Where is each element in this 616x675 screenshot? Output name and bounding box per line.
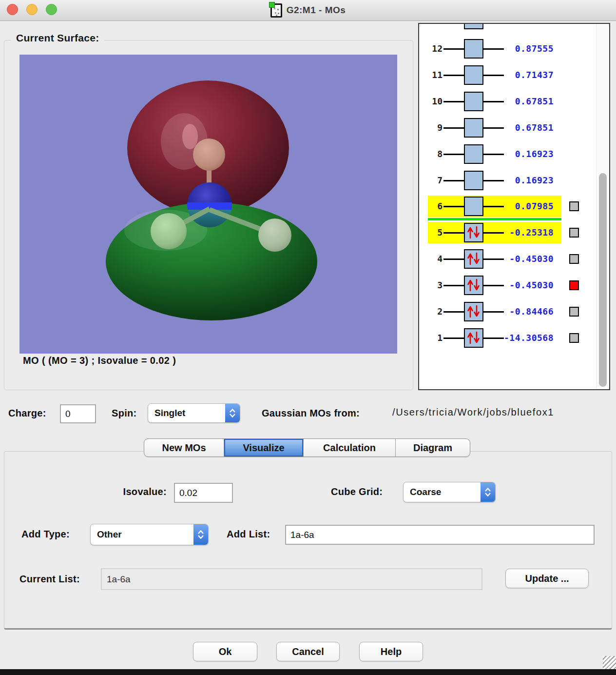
- dropdown-stepper-icon: [225, 404, 240, 422]
- mo-level-number: 2: [419, 301, 443, 322]
- mo-level-number: 8: [419, 143, 443, 165]
- charge-label: Charge:: [8, 408, 46, 419]
- gaussian-mos-source-path: /Users/tricia/Work/jobs/bluefox1: [392, 407, 616, 421]
- mo-level-line-left: [443, 75, 464, 76]
- mo-level-number: 9: [419, 117, 443, 139]
- title-bar: G2:M1 - MOs: [0, 0, 616, 21]
- mo-level-box[interactable]: [464, 65, 483, 85]
- gaussian-mos-from-label: Gaussian MOs from:: [262, 408, 360, 419]
- mo-level-box[interactable]: [464, 276, 483, 295]
- tab-bar: New MOsVisualizeCalculationDiagram: [144, 438, 470, 457]
- mo-energy-value: 0.67851: [482, 91, 554, 112]
- mo-checkbox[interactable]: [569, 254, 579, 264]
- mo-level-row-5: 5-0.25318: [419, 222, 587, 243]
- spin-dropdown[interactable]: Singlet: [148, 403, 240, 423]
- electron-pair-arrows-icon: [465, 277, 482, 294]
- mo-checkbox[interactable]: [569, 333, 579, 343]
- mo-level-line-left: [443, 311, 464, 313]
- mo-level-box[interactable]: [464, 223, 483, 242]
- mo-checkbox[interactable]: [569, 201, 579, 211]
- mo-level-box[interactable]: [464, 328, 483, 348]
- electron-pair-arrows-icon: [465, 329, 482, 346]
- window-bottom-edge: [0, 669, 616, 675]
- tab-diagram[interactable]: Diagram: [396, 439, 470, 457]
- mo-energy-level-panel[interactable]: 120.87555110.71437100.6785190.6785180.16…: [418, 23, 610, 390]
- tab-new-mos[interactable]: New MOs: [144, 439, 224, 457]
- document-icon-green-chip: [269, 2, 275, 8]
- mo-level-row-8: 80.16923: [419, 143, 587, 165]
- mo-level-box-partial: [464, 24, 483, 29]
- mo-energy-value: 0.67851: [482, 117, 554, 139]
- help-button[interactable]: Help: [359, 642, 423, 661]
- mo-level-number: 12: [419, 38, 443, 60]
- mo-level-number: 7: [419, 170, 443, 191]
- mo-checkbox[interactable]: [569, 280, 579, 290]
- electron-pair-arrows-icon: [465, 250, 482, 267]
- mo-level-row-7: 70.16923: [419, 170, 587, 191]
- nitrogen-blue-band: [185, 202, 234, 210]
- mo-level-line-left: [443, 285, 464, 286]
- mo-energy-value: 0.16923: [482, 170, 554, 191]
- cancel-button[interactable]: Cancel: [276, 642, 340, 661]
- ok-button[interactable]: Ok: [193, 642, 257, 661]
- mo-level-box[interactable]: [464, 39, 483, 59]
- mo-level-box[interactable]: [464, 144, 483, 164]
- mo-energy-value: -0.84466: [482, 301, 554, 322]
- mo-level-row-12: 120.87555: [419, 38, 587, 60]
- mo-level-number: 10: [419, 91, 443, 112]
- mo-energy-value: -14.30568: [482, 327, 554, 349]
- mo-panel-scrollbar-track[interactable]: [596, 24, 609, 389]
- mo-level-row-4: 4-0.45030: [419, 248, 587, 270]
- mo-level-box[interactable]: [464, 302, 483, 321]
- mo-level-number: 11: [419, 64, 443, 86]
- mo-level-row-1: 1-14.30568: [419, 327, 587, 349]
- document-icon: [270, 3, 282, 18]
- molecule-3d-viewport[interactable]: [19, 55, 397, 354]
- mo-level-number: 3: [419, 275, 443, 296]
- tab-calculation[interactable]: Calculation: [304, 439, 396, 457]
- visualize-tab-content-groupbox: [4, 451, 612, 630]
- mo-level-line-left: [443, 206, 464, 207]
- electron-pair-arrows-icon: [465, 224, 482, 241]
- mo-energy-value: 0.71437: [482, 64, 554, 86]
- mo-level-line-left: [443, 154, 464, 155]
- mo-level-box[interactable]: [464, 92, 483, 111]
- mo-energy-value: -0.25318: [482, 222, 554, 243]
- mo-level-row-11: 110.71437: [419, 64, 587, 86]
- molecular-orbital-rendering: [19, 55, 397, 354]
- mo-energy-value: -0.45030: [482, 275, 554, 296]
- mo-level-line-left: [443, 101, 464, 102]
- current-surface-legend: Current Surface:: [11, 32, 104, 44]
- mo-energy-value: -0.45030: [482, 248, 554, 270]
- mo-checkbox[interactable]: [569, 307, 579, 317]
- mo-level-number: 4: [419, 248, 443, 270]
- tab-visualize[interactable]: Visualize: [224, 439, 304, 457]
- mo-energy-value: 0.07985: [482, 196, 554, 217]
- mo-energy-value: 0.87555: [482, 38, 554, 60]
- mo-level-line-left: [443, 180, 464, 181]
- resize-grip-icon[interactable]: [603, 656, 616, 669]
- mo-level-box[interactable]: [464, 197, 483, 216]
- spin-label: Spin:: [112, 408, 137, 419]
- mo-level-row-2: 2-0.84466: [419, 301, 587, 322]
- homo-lumo-separator-line: [428, 218, 561, 220]
- mo-level-box[interactable]: [464, 118, 483, 138]
- mo-level-number: 1: [419, 327, 443, 349]
- mo-level-row-10: 100.67851: [419, 91, 587, 112]
- hydrogen-atom-top: [193, 139, 225, 171]
- mo-level-list: 120.87555110.71437100.6785190.6785180.16…: [419, 24, 609, 389]
- title-container: G2:M1 - MOs: [0, 0, 616, 20]
- mo-checkbox[interactable]: [569, 228, 579, 238]
- mo-level-box[interactable]: [464, 249, 483, 269]
- mo-panel-scrollbar-thumb[interactable]: [599, 173, 607, 387]
- mo-level-row-3: 3-0.45030: [419, 275, 587, 296]
- mo-level-line-left: [443, 232, 464, 234]
- window-title: G2:M1 - MOs: [287, 5, 346, 16]
- surface-caption: MO ( (MO = 3) ; Isovalue = 0.02 ): [23, 355, 176, 366]
- charge-input[interactable]: [60, 404, 96, 423]
- document-icon-molecule-glyph: [274, 8, 275, 9]
- current-surface-groupbox: Current Surface:: [4, 40, 413, 390]
- mo-level-line-left: [443, 48, 464, 50]
- mo-level-number: 6: [419, 196, 443, 217]
- mo-level-box[interactable]: [464, 171, 483, 190]
